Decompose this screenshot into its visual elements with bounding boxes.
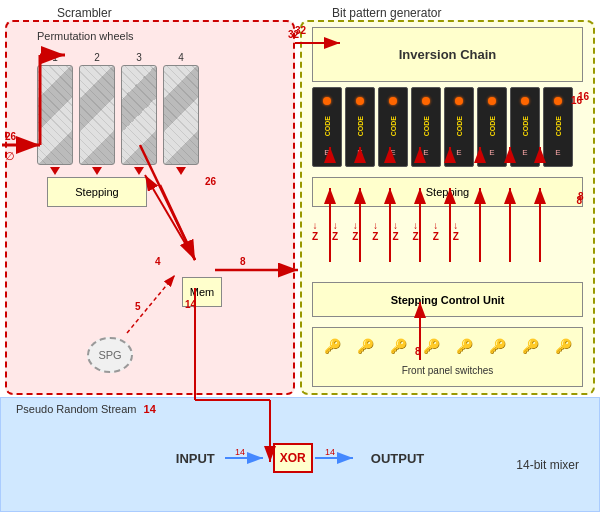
wheel-1-col: 1	[37, 52, 73, 177]
xor-box: XOR	[273, 443, 313, 473]
led-2	[356, 97, 364, 105]
perm-wheels-label: Permutation wheels	[37, 30, 134, 42]
wheel-1-num: 1	[52, 52, 58, 63]
bit-module-8: CODE E	[543, 87, 573, 167]
bit-module-6: CODE E	[477, 87, 507, 167]
wheel-4-arrow	[176, 167, 186, 175]
inversion-chain-box: Inversion Chain	[312, 27, 583, 82]
wheel-3-num: 3	[136, 52, 142, 63]
wheel-2	[79, 65, 115, 165]
output-arrow: 14	[313, 443, 363, 473]
wheel-4	[163, 65, 199, 165]
num-8-right: 8	[576, 195, 582, 206]
led-5	[455, 97, 463, 105]
switch-6[interactable]: 🔑	[489, 338, 506, 354]
wheel-3-col: 3	[121, 52, 157, 177]
num-16: 16	[571, 95, 582, 106]
mixer-row: INPUT 14 XOR 14	[1, 443, 599, 473]
led-6	[488, 97, 496, 105]
inversion-chain-label: Inversion Chain	[399, 47, 497, 62]
wheel-4-col: 4	[163, 52, 199, 177]
switches-row: 🔑 🔑 🔑 🔑 🔑 🔑 🔑 🔑	[324, 338, 572, 354]
svg-text:14: 14	[235, 447, 245, 457]
wheel-2-col: 2	[79, 52, 115, 177]
scrambler-label: Scrambler	[57, 6, 112, 20]
led-4	[422, 97, 430, 105]
bit-module-7: CODE E	[510, 87, 540, 167]
switch-2[interactable]: 🔑	[357, 338, 374, 354]
led-1	[323, 97, 331, 105]
wheel-1-arrow	[50, 167, 60, 175]
switch-3[interactable]: 🔑	[390, 338, 407, 354]
bit-module-1: CODE E	[312, 87, 342, 167]
perm-wheels-container: 1 2 3 4	[37, 52, 199, 177]
svg-text:14: 14	[325, 447, 335, 457]
bitpattern-label: Bit pattern generator	[332, 6, 441, 20]
scu-box: Stepping Control Unit	[312, 282, 583, 317]
switch-5[interactable]: 🔑	[456, 338, 473, 354]
mem-box: Mem	[182, 277, 222, 307]
wheel-3	[121, 65, 157, 165]
output-label: OUTPUT	[371, 451, 424, 466]
front-panel-label: Front panel switches	[402, 365, 494, 376]
pseudo-random-num: 14	[144, 403, 156, 415]
input-arrow: 14	[223, 443, 273, 473]
led-8	[554, 97, 562, 105]
scrambler-panel: Scrambler Permutation wheels 1 2 3 4	[5, 20, 295, 395]
bit-module-5: CODE E	[444, 87, 474, 167]
bit-module-2: CODE E	[345, 87, 375, 167]
spg-circle: SPG	[87, 337, 133, 373]
z-labels-row: ↓Z ↓Z ↓Z ↓Z ↓Z ↓Z ↓Z ↓Z	[312, 220, 459, 242]
bp-stepping-box: Stepping	[312, 177, 583, 207]
switch-8[interactable]: 🔑	[555, 338, 572, 354]
switch-4[interactable]: 🔑	[423, 338, 440, 354]
led-3	[389, 97, 397, 105]
switch-7[interactable]: 🔑	[522, 338, 539, 354]
wheel-2-arrow	[92, 167, 102, 175]
bit-module-4: CODE E	[411, 87, 441, 167]
scrambler-stepping-box: Stepping	[47, 177, 147, 207]
wheel-1	[37, 65, 73, 165]
main-container: Scrambler Permutation wheels 1 2 3 4	[0, 0, 600, 512]
front-panel-box: 🔑 🔑 🔑 🔑 🔑 🔑 🔑 🔑 Front panel switches	[312, 327, 583, 387]
wheel-2-num: 2	[94, 52, 100, 63]
input-label: INPUT	[176, 451, 215, 466]
bitpattern-panel: Bit pattern generator Inversion Chain CO…	[300, 20, 595, 395]
bit-modules-container: CODE E CODE E CODE E CODE E CODE E	[312, 87, 583, 167]
bit-module-3: CODE E	[378, 87, 408, 167]
wheel-3-arrow	[134, 167, 144, 175]
pseudo-random-label: Pseudo Random Stream 14	[16, 403, 156, 415]
num-32: 32	[295, 25, 306, 36]
mixer-section: Pseudo Random Stream 14 14-bit mixer INP…	[0, 397, 600, 512]
wheel-4-num: 4	[178, 52, 184, 63]
switch-1[interactable]: 🔑	[324, 338, 341, 354]
led-7	[521, 97, 529, 105]
